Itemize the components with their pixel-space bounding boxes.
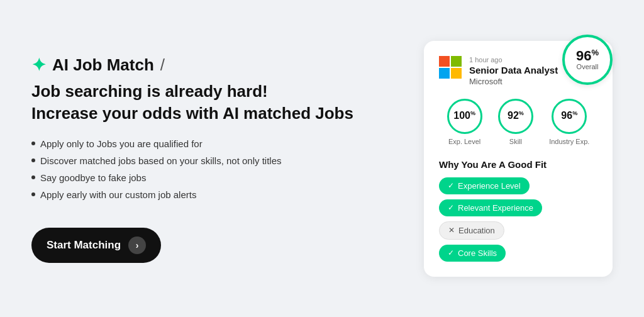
headline-tagline: Job searching is already hard! bbox=[31, 82, 268, 101]
score-industry: 96% Industry Exp. bbox=[549, 99, 589, 145]
score-skill: 92% Skill bbox=[498, 99, 533, 145]
tag-relevant-experience: ✓ Relevant Experience bbox=[439, 199, 542, 216]
score-value-industry: 96% bbox=[561, 110, 577, 121]
score-value-skill: 92% bbox=[508, 110, 524, 121]
x-icon-3: ✕ bbox=[448, 226, 455, 235]
score-circle-skill: 92% bbox=[498, 99, 533, 134]
tag-text-4: Core Skills bbox=[458, 248, 497, 258]
arrow-icon: › bbox=[128, 236, 146, 254]
microsoft-logo bbox=[439, 56, 462, 79]
good-fit-title: Why You Are A Good Fit bbox=[439, 159, 597, 170]
job-title: Senior Data Analyst bbox=[469, 65, 558, 75]
tag-text-3: Education bbox=[458, 226, 495, 235]
bullet-dot bbox=[31, 175, 35, 179]
overall-badge: 96% Overall bbox=[562, 35, 613, 85]
right-section: 96% Overall 1 hour ago Senior Data Analy… bbox=[399, 41, 613, 277]
left-section: ✦ AI Job Match / Job searching is alread… bbox=[31, 55, 374, 263]
score-label-skill: Skill bbox=[509, 138, 522, 145]
overall-label: Overall bbox=[577, 63, 599, 70]
bullets-block: Apply only to Jobs you are qualified for… bbox=[31, 138, 374, 200]
scores-row: 100% Exp. Level 92% Skill bbox=[439, 99, 597, 145]
score-value-exp: 100% bbox=[453, 110, 475, 121]
ms-blue bbox=[439, 68, 450, 79]
tags-block: ✓ Experience Level ✓ Relevant Experience… bbox=[439, 177, 597, 262]
tag-core-skills: ✓ Core Skills bbox=[439, 245, 506, 262]
start-matching-button[interactable]: Start Matching › bbox=[31, 228, 161, 263]
bullet-item-3: Say goodbye to fake jobs bbox=[31, 172, 374, 183]
bullet-text-4: Apply early with our custom job alerts bbox=[40, 189, 196, 200]
bullet-dot bbox=[31, 142, 35, 145]
bullet-item-2: Discover matched jobs based on your skil… bbox=[31, 155, 374, 166]
tag-text-1: Experience Level bbox=[458, 181, 521, 191]
check-icon-4: ✓ bbox=[448, 248, 454, 257]
check-icon-2: ✓ bbox=[448, 203, 454, 212]
start-button-label: Start Matching bbox=[47, 239, 121, 252]
score-label-industry: Industry Exp. bbox=[549, 138, 589, 145]
overall-percent: 96% bbox=[576, 48, 599, 63]
tag-text-2: Relevant Experience bbox=[458, 203, 533, 213]
bullet-item-1: Apply only to Jobs you are qualified for bbox=[31, 138, 374, 149]
headline-line1: ✦ AI Job Match / Job searching is alread… bbox=[31, 55, 374, 101]
job-time: 1 hour ago bbox=[469, 56, 558, 64]
sparkle-icon: ✦ bbox=[31, 55, 46, 75]
job-company: Microsoft bbox=[469, 77, 558, 86]
check-icon-1: ✓ bbox=[448, 181, 454, 190]
bullet-dot bbox=[31, 192, 35, 196]
score-circle-exp: 100% bbox=[447, 99, 482, 134]
bullet-text-2: Discover matched jobs based on your skil… bbox=[40, 155, 282, 166]
page-container: ✦ AI Job Match / Job searching is alread… bbox=[0, 0, 644, 317]
headline-block: ✦ AI Job Match / Job searching is alread… bbox=[31, 55, 374, 123]
ms-green bbox=[451, 56, 462, 67]
bullet-text-3: Say goodbye to fake jobs bbox=[40, 172, 146, 183]
brand-name: AI Job Match bbox=[52, 55, 154, 75]
tag-education: ✕ Education bbox=[439, 221, 504, 240]
headline-subtitle: Increase your odds with AI matched Jobs bbox=[31, 104, 374, 123]
score-label-exp: Exp. Level bbox=[448, 138, 480, 145]
ms-yellow bbox=[451, 68, 462, 79]
score-circle-industry: 96% bbox=[552, 99, 587, 134]
job-info: 1 hour ago Senior Data Analyst Microsoft bbox=[469, 56, 558, 86]
bullet-text-1: Apply only to Jobs you are qualified for bbox=[40, 138, 203, 149]
score-exp-level: 100% Exp. Level bbox=[447, 99, 482, 145]
headline-divider: / bbox=[160, 55, 165, 75]
ms-red bbox=[439, 56, 450, 67]
bullet-item-4: Apply early with our custom job alerts bbox=[31, 189, 374, 200]
bullet-dot bbox=[31, 158, 35, 162]
tag-experience-level: ✓ Experience Level bbox=[439, 177, 530, 194]
